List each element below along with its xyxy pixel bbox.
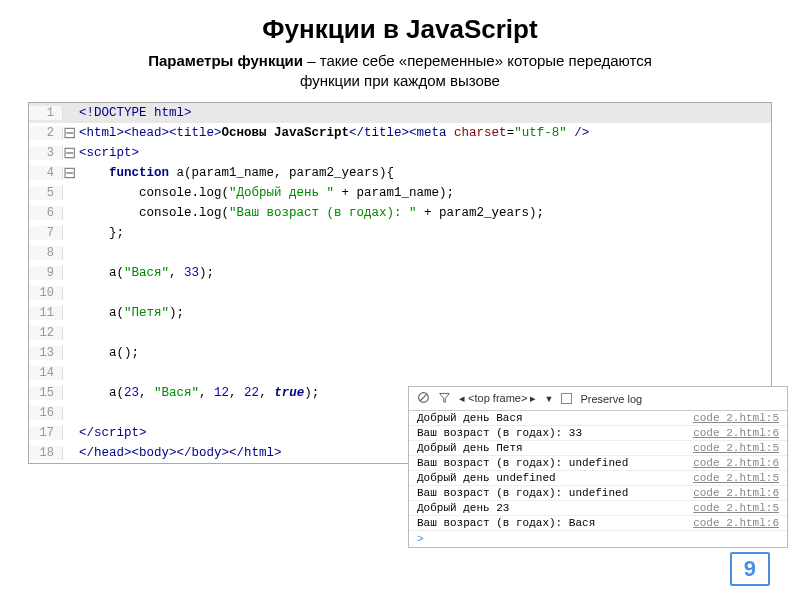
line-number: 16 [29,406,63,420]
code-line: 5 console.log("Добрый день " + param1_na… [29,183,771,203]
log-message: Ваш возраст (в годах): 33 [417,427,582,439]
log-message: Добрый день Петя [417,442,523,454]
code-line: 7 }; [29,223,771,243]
console-toolbar: ◂ <top frame> ▸ ▼ Preserve log [409,387,787,411]
log-source-link[interactable]: code 2.html:5 [693,442,779,454]
log-source-link[interactable]: code 2.html:5 [693,412,779,424]
line-number: 8 [29,246,63,260]
code-line: 9 a("Вася", 33); [29,263,771,283]
line-number: 6 [29,206,63,220]
console-log-row: Ваш возраст (в годах): Васяcode 2.html:6 [409,516,787,531]
line-number: 11 [29,306,63,320]
code-content: console.log("Добрый день " + param1_name… [73,186,454,200]
console-log-row: Ваш возраст (в годах): undefinedcode 2.h… [409,456,787,471]
log-source-link[interactable]: code 2.html:6 [693,517,779,529]
log-message: Добрый день 23 [417,502,509,514]
console-log-row: Ваш возраст (в годах): undefinedcode 2.h… [409,486,787,501]
code-content: <!DOCTYPE html> [73,106,192,120]
line-number: 14 [29,366,63,380]
log-message: Ваш возраст (в годах): undefined [417,457,628,469]
subtitle-rest: – такие себе «переменные» которые переда… [300,52,652,89]
code-line: 2⊟<html><head><title>Основы JavaScript</… [29,123,771,143]
subtitle-bold: Параметры функции [148,52,303,69]
code-line: 12 [29,323,771,343]
line-number: 4 [29,166,63,180]
code-line: 8 [29,243,771,263]
preserve-log-label: Preserve log [580,393,642,405]
preserve-log-checkbox[interactable] [561,393,572,404]
svg-line-1 [420,394,427,401]
page-number-badge: 9 [730,552,770,586]
line-number: 2 [29,126,63,140]
code-line: 10 [29,283,771,303]
log-source-link[interactable]: code 2.html:6 [693,487,779,499]
code-line: 3⊟<script> [29,143,771,163]
log-source-link[interactable]: code 2.html:5 [693,502,779,514]
log-source-link[interactable]: code 2.html:6 [693,457,779,469]
slide-title: Функции в JavaScript [0,14,800,45]
line-number: 17 [29,426,63,440]
code-content: a(23, "Вася", 12, 22, true); [73,386,319,400]
fold-icon[interactable]: ⊟ [63,123,73,142]
log-message: Ваш возраст (в годах): Вася [417,517,595,529]
fold-icon[interactable]: ⊟ [63,163,73,182]
line-number: 15 [29,386,63,400]
line-number: 10 [29,286,63,300]
code-content: console.log("Ваш возраст (в годах): " + … [73,206,544,220]
log-source-link[interactable]: code 2.html:6 [693,427,779,439]
devtools-console: ◂ <top frame> ▸ ▼ Preserve log Добрый де… [408,386,788,548]
log-message: Ваш возраст (в годах): undefined [417,487,628,499]
code-line: 6 console.log("Ваш возраст (в годах): " … [29,203,771,223]
clear-icon[interactable] [417,391,430,406]
code-content: </script> [73,426,147,440]
code-line: 13 a(); [29,343,771,363]
line-number: 13 [29,346,63,360]
line-number: 9 [29,266,63,280]
code-content: a("Вася", 33); [73,266,214,280]
code-content: <script> [73,146,139,160]
code-content: <html><head><title>Основы JavaScript</ti… [73,126,589,140]
log-message: Добрый день undefined [417,472,556,484]
console-log-row: Добрый день Васяcode 2.html:5 [409,411,787,426]
code-content: </head><body></body></html> [73,446,282,460]
log-source-link[interactable]: code 2.html:5 [693,472,779,484]
console-log-row: Добрый день Петяcode 2.html:5 [409,441,787,456]
console-log-row: Ваш возраст (в годах): 33code 2.html:6 [409,426,787,441]
console-log-row: Добрый день undefinedcode 2.html:5 [409,471,787,486]
code-content: a("Петя"); [73,306,184,320]
console-log-row: Добрый день 23code 2.html:5 [409,501,787,516]
code-line: 14 [29,363,771,383]
filter-icon[interactable] [438,391,451,406]
line-number: 5 [29,186,63,200]
code-line: 4⊟ function a(param1_name, param2_years)… [29,163,771,183]
fold-icon[interactable]: ⊟ [63,143,73,162]
line-number: 3 [29,146,63,160]
line-number: 18 [29,446,63,460]
code-content: function a(param1_name, param2_years){ [73,166,394,180]
console-prompt[interactable]: > [409,531,787,547]
log-message: Добрый день Вася [417,412,523,424]
dropdown-icon[interactable]: ▼ [544,394,553,404]
code-line: 1<!DOCTYPE html> [29,103,771,123]
slide-subtitle: Параметры функции – такие себе «переменн… [120,51,680,92]
line-number: 12 [29,326,63,340]
code-content: }; [73,226,124,240]
code-line: 11 a("Петя"); [29,303,771,323]
code-content: a(); [73,346,139,360]
line-number: 7 [29,226,63,240]
frame-selector[interactable]: ◂ <top frame> ▸ [459,392,536,405]
line-number: 1 [29,106,63,120]
